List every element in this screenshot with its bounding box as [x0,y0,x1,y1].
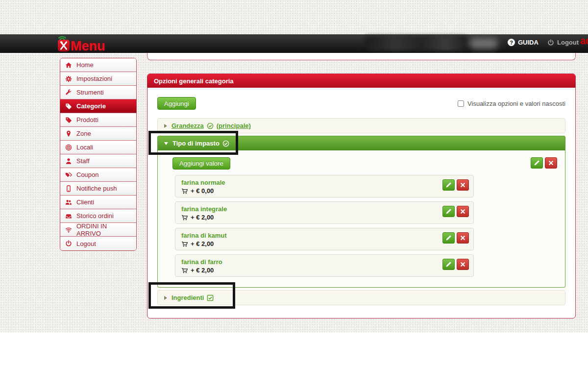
sidebar-item-prodotti[interactable]: Prodotti [60,113,136,127]
sidebar-item-notifiche-push[interactable]: Notifiche push [60,182,136,196]
sidebar-item-storico-ordini[interactable]: Storico ordini [60,209,136,223]
pencil-icon [534,160,540,166]
page: Menu ? GUIDA Logout ad Home Impostazioni… [0,0,588,392]
top-navigation-bar: Menu [0,34,588,53]
show-hidden-label: Visualizza opzioni e valori nascosti [467,100,565,107]
bullseye-icon [65,144,72,151]
power-icon [547,39,554,46]
redacted-username [469,38,498,49]
sidebar-item-clienti[interactable]: Clienti [60,196,136,209]
aggiungi-button[interactable]: Aggiungi [157,97,196,110]
pencil-icon [445,182,452,188]
logo-utensils-icon [58,40,70,51]
aggiungi-valore-button[interactable]: Aggiungi valore [172,157,230,170]
category-options-panel: Opzioni generali categoria Aggiungi Visu… [147,74,576,318]
value-name: farina di kamut [181,231,467,240]
home-icon [65,62,72,69]
edit-value-button[interactable] [442,206,455,217]
pencil-icon [445,261,452,268]
caret-right-icon [164,124,167,128]
pencil-icon [445,235,452,241]
sidebar-navigation: Home Impostazioni Strumenti Categorie Pr… [60,58,137,251]
sidebar-item-label: Coupon [76,171,99,178]
x-icon [548,160,554,166]
sidebar-item-label: Storico ordini [76,212,114,220]
question-icon: ? [508,39,515,46]
sidebar-item-ordini-in-arrivo[interactable]: ORDINI IN ARRIVO [60,223,136,237]
delete-value-button[interactable] [457,206,469,217]
annotation-box-ingredienti [148,282,235,309]
sidebar-item-staff[interactable]: Staff [60,154,136,168]
show-hidden-checkbox[interactable] [458,100,464,107]
cart-icon [181,241,188,247]
sidebar-item-strumenti[interactable]: Strumenti [60,86,136,99]
sidebar-item-categorie[interactable]: Categorie [60,99,136,113]
sidebar-item-coupon[interactable]: Coupon [60,168,136,182]
sidebar-item-impostazioni[interactable]: Impostazioni [60,72,136,86]
guida-help-button[interactable]: ? GUIDA [508,39,539,46]
delete-value-button[interactable] [457,259,469,270]
sidebar-item-label: Zone [76,130,91,137]
edit-value-button[interactable] [442,232,455,244]
map-pin-icon [65,130,72,137]
value-name: farina di farro [181,258,467,266]
sidebar-item-label: Strumenti [76,89,104,96]
x-icon [460,182,466,188]
value-row: farina integrale + € 2,00 [175,201,474,224]
panel-title: Opzioni generali categoria [147,74,575,88]
sidebar-item-label: Home [76,61,94,69]
section-tipo-content: Aggiungi valore farina normale + € 0,00 [157,150,565,288]
value-price: + € 2,00 [191,213,214,222]
sidebar-item-home[interactable]: Home [60,58,136,72]
user-icon [65,158,72,165]
section-grandezza-label: Grandezza [172,122,204,129]
brand-logo[interactable]: Menu [58,36,105,52]
show-hidden-toggle[interactable]: Visualizza opzioni e valori nascosti [458,100,565,107]
sidebar-item-locali[interactable]: Locali [60,141,136,154]
cart-icon [181,215,188,221]
sidebar-item-logout[interactable]: Logout [60,237,136,250]
delete-value-button[interactable] [457,179,469,191]
tag-icon [65,103,72,110]
value-price: + € 2,00 [191,240,214,248]
sidebar-item-label: Impostazioni [76,75,112,82]
value-row: farina di kamut + € 2,00 [175,228,474,250]
users-icon [65,199,72,206]
edit-option-button[interactable] [531,157,543,169]
previous-panel-bottom [147,53,576,60]
sidebar-item-label: Staff [76,157,90,165]
mobile-icon [65,185,72,192]
cart-icon [181,188,188,195]
cart-icon [181,268,188,274]
sidebar-item-zone[interactable]: Zone [60,127,136,141]
wifi-icon [65,226,72,233]
gear-icon [65,75,72,82]
value-name: farina normale [181,178,467,187]
x-icon [460,208,466,215]
sidebar-item-label: Categorie [76,102,106,110]
value-price: + € 2,00 [191,266,214,275]
value-price: + € 0,00 [191,187,214,196]
edit-value-button[interactable] [442,179,455,191]
sidebar-item-label: Prodotti [76,116,98,123]
sidebar-item-label: Notifiche push [76,185,117,192]
delete-value-button[interactable] [457,232,469,244]
check-circle-icon [207,122,214,129]
sidebar-item-label: Clienti [76,198,94,206]
topbar-logout-button[interactable]: Logout [547,39,579,46]
inbox-icon [65,213,72,220]
section-grandezza-suffix: (principale) [217,122,251,129]
edit-value-button[interactable] [442,259,455,270]
wrench-icon [65,89,72,96]
value-name: farina integrale [181,205,467,213]
guida-label: GUIDA [518,39,539,46]
value-list: farina normale + € 0,00 farina integrale… [175,175,474,277]
sidebar-item-label: Locali [76,144,93,151]
sidebar-item-label: Logout [76,240,96,247]
value-row: farina normale + € 0,00 [175,175,474,197]
delete-option-button[interactable] [545,157,557,169]
value-row: farina di farro + € 2,00 [175,254,474,277]
brand-name: Menu [71,40,105,52]
redacted-account-area [365,36,467,51]
tag-icon [65,117,72,123]
